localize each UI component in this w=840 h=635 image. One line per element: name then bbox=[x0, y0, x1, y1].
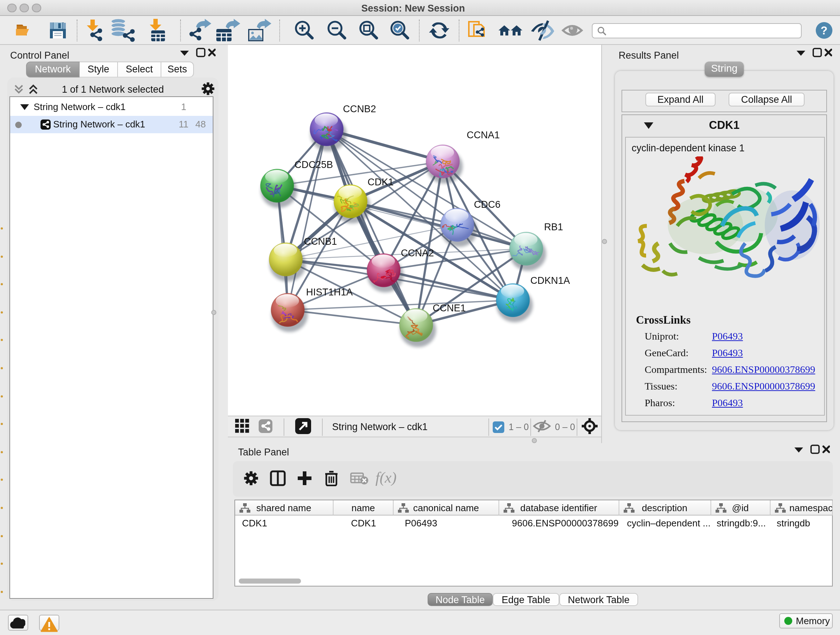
svg-text:CDC25B: CDC25B bbox=[294, 159, 333, 170]
svg-text:CDKN1A: CDKN1A bbox=[531, 275, 570, 286]
svg-text:CCNE1: CCNE1 bbox=[433, 302, 466, 314]
svg-text:CCNB1: CCNB1 bbox=[304, 236, 337, 247]
svg-text:?: ? bbox=[821, 24, 828, 37]
svg-text:CCNA2: CCNA2 bbox=[401, 248, 434, 258]
svg-text:HIST1H1A: HIST1H1A bbox=[306, 287, 353, 298]
svg-text:CDC6: CDC6 bbox=[474, 199, 501, 210]
svg-text:CCNA1: CCNA1 bbox=[467, 130, 500, 141]
svg-text:CCNB2: CCNB2 bbox=[343, 103, 376, 114]
svg-text:RB1: RB1 bbox=[544, 222, 563, 233]
svg-text:CDK1: CDK1 bbox=[368, 177, 393, 187]
